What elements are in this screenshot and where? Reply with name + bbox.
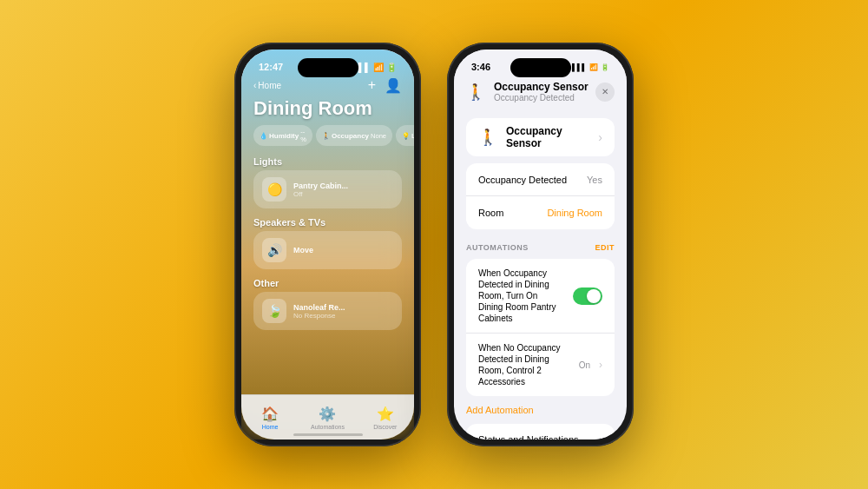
left-screen: 12:47 ▌▌▌ 📶 🔋 ‹ Home + 👤 Dining Room <box>241 50 414 439</box>
detail-content: 🚶 Occupancy Sensor › Occupancy Detected … <box>454 111 627 439</box>
humidity-label: Humidity <box>269 132 299 140</box>
back-button[interactable]: ‹ Home <box>253 81 281 90</box>
sensor-row-chevron: › <box>598 130 602 144</box>
right-screen: 3:46 ▌▌▌ 📶 🔋 🚶 Occupancy Sensor Occupanc… <box>454 50 627 439</box>
occupancy-detected-row: Occupancy Detected Yes <box>466 163 615 196</box>
other-section-label: Other <box>241 274 414 292</box>
light-icon: 💡 <box>402 132 410 140</box>
nanoleaf-name: Nanoleaf Re... <box>293 303 345 312</box>
status-notifications-row: Status and Notifications › <box>466 424 615 439</box>
move-icon: 🔊 <box>262 238 286 262</box>
sensor-row-icon: 🚶 <box>478 128 497 147</box>
tab-discover[interactable]: ⭐ Discover <box>357 395 414 439</box>
nav-actions: + 👤 <box>368 77 402 94</box>
header-title-block: Occupancy Sensor Occupancy Detected <box>494 81 595 102</box>
automation-on-label: On <box>579 360 590 370</box>
sensor-chips: 💧 Humidity --% 🚶 Occupancy None 💡 Light … <box>241 125 414 153</box>
dynamic-island-left <box>298 58 358 77</box>
move-card[interactable]: 🔊 Move <box>253 231 402 269</box>
nanoleaf-card[interactable]: 🍃 Nanoleaf Re... No Response <box>253 292 402 330</box>
automation-text-1: When Occupancy Detected in Dining Room, … <box>478 268 564 324</box>
automation-row-1[interactable]: When Occupancy Detected in Dining Room, … <box>466 259 615 334</box>
automations-header: AUTOMATIONS EDIT <box>454 236 627 255</box>
room-row: Room Dining Room <box>466 196 615 229</box>
discover-tab-label: Discover <box>373 424 397 430</box>
left-time: 12:47 <box>259 62 283 72</box>
back-label: Home <box>258 81 281 90</box>
humidity-icon: 💧 <box>260 132 267 140</box>
status-notifications-label: Status and Notifications <box>478 434 599 439</box>
light-label: Light <box>411 132 414 140</box>
discover-tab-icon: ⭐ <box>377 406 394 422</box>
automation-text-2: When No Occupancy Detected in Dining Roo… <box>478 342 570 387</box>
add-automation-button[interactable]: Add Automation <box>454 400 627 420</box>
dynamic-island-right <box>510 58 571 77</box>
sensor-name-row: 🚶 Occupancy Sensor › <box>466 118 615 156</box>
wifi-icon: 📶 <box>373 63 384 72</box>
occupancy-label: Occupancy <box>332 132 369 140</box>
chevron-left-icon: ‹ <box>253 81 256 90</box>
close-icon: ✕ <box>602 87 608 96</box>
lights-section-label: Lights <box>241 153 414 170</box>
automations-section-title: AUTOMATIONS <box>466 243 529 252</box>
toggle-knob-1 <box>587 289 601 303</box>
occupancy-chip: 🚶 Occupancy None <box>316 125 392 146</box>
close-button[interactable]: ✕ <box>595 83 615 102</box>
automations-card: When Occupancy Detected in Dining Room, … <box>466 259 615 396</box>
status-notifications-card[interactable]: Status and Notifications › <box>466 424 615 439</box>
pantry-info: Pantry Cabin... Off <box>293 182 348 198</box>
nav-bar: ‹ Home + 👤 <box>241 76 414 96</box>
info-card: Occupancy Detected Yes Room Dining Room <box>466 163 615 229</box>
add-button[interactable]: + <box>368 77 376 94</box>
automations-edit-button[interactable]: EDIT <box>595 243 615 252</box>
pantry-name: Pantry Cabin... <box>293 182 348 190</box>
automation-chevron-2: › <box>599 359 602 371</box>
header-sensor-icon: 🚶 <box>466 83 485 102</box>
humidity-value: --% <box>300 128 306 143</box>
right-status-icons: ▌▌▌ 📶 🔋 <box>572 63 609 71</box>
pantry-status: Off <box>293 190 348 198</box>
occupancy-detected-value: Yes <box>587 175 602 185</box>
right-battery-icon: 🔋 <box>601 63 609 71</box>
home-indicator-left <box>293 433 363 436</box>
right-time: 3:46 <box>471 62 490 72</box>
tab-bar: 🏠 Home ⚙️ Automations ⭐ Discover <box>241 394 414 439</box>
left-status-icons: ▌▌▌ 📶 🔋 <box>352 63 397 72</box>
automation-row-2[interactable]: When No Occupancy Detected in Dining Roo… <box>466 334 615 396</box>
room-title: Dining Room <box>241 96 414 125</box>
automations-tab-icon: ⚙️ <box>319 406 336 422</box>
pantry-card[interactable]: 🟡 Pantry Cabin... Off <box>253 170 402 208</box>
detail-subtitle: Occupancy Detected <box>494 93 595 102</box>
left-phone: 12:47 ▌▌▌ 📶 🔋 ‹ Home + 👤 Dining Room <box>234 43 421 446</box>
battery-icon: 🔋 <box>386 63 397 72</box>
sensor-row-label: Occupancy Sensor <box>506 125 598 149</box>
pantry-icon: 🟡 <box>262 177 286 202</box>
automations-tab-label: Automations <box>311 424 345 430</box>
detail-header: 🚶 Occupancy Sensor Occupancy Detected ✕ <box>454 76 627 111</box>
humidity-chip: 💧 Humidity --% <box>253 125 312 146</box>
tab-home[interactable]: 🏠 Home <box>241 395 299 439</box>
speakers-section-label: Speakers & TVs <box>241 214 414 231</box>
right-wifi-icon: 📶 <box>589 63 598 71</box>
occupancy-icon: 🚶 <box>322 132 330 140</box>
automation-toggle-1[interactable] <box>573 287 602 305</box>
light-chip: 💡 Light 145 lux <box>396 125 414 146</box>
nanoleaf-info: Nanoleaf Re... No Response <box>293 303 345 320</box>
move-name: Move <box>293 246 313 254</box>
room-label: Room <box>478 208 547 218</box>
sensor-name-card: 🚶 Occupancy Sensor › <box>466 118 615 156</box>
home-tab-icon: 🏠 <box>261 406 279 422</box>
nanoleaf-status: No Response <box>293 312 345 320</box>
profile-button[interactable]: 👤 <box>385 77 402 94</box>
move-info: Move <box>293 246 313 254</box>
room-value[interactable]: Dining Room <box>547 208 602 218</box>
occupancy-value: None <box>371 132 386 140</box>
nanoleaf-icon: 🍃 <box>262 299 286 323</box>
status-notifications-chevron: › <box>599 433 602 439</box>
occupancy-detected-label: Occupancy Detected <box>478 175 587 185</box>
right-phone: 3:46 ▌▌▌ 📶 🔋 🚶 Occupancy Sensor Occupanc… <box>447 43 634 446</box>
detail-main-title: Occupancy Sensor <box>494 81 595 93</box>
right-signal-icon: ▌▌▌ <box>572 63 587 71</box>
home-tab-label: Home <box>262 424 279 430</box>
